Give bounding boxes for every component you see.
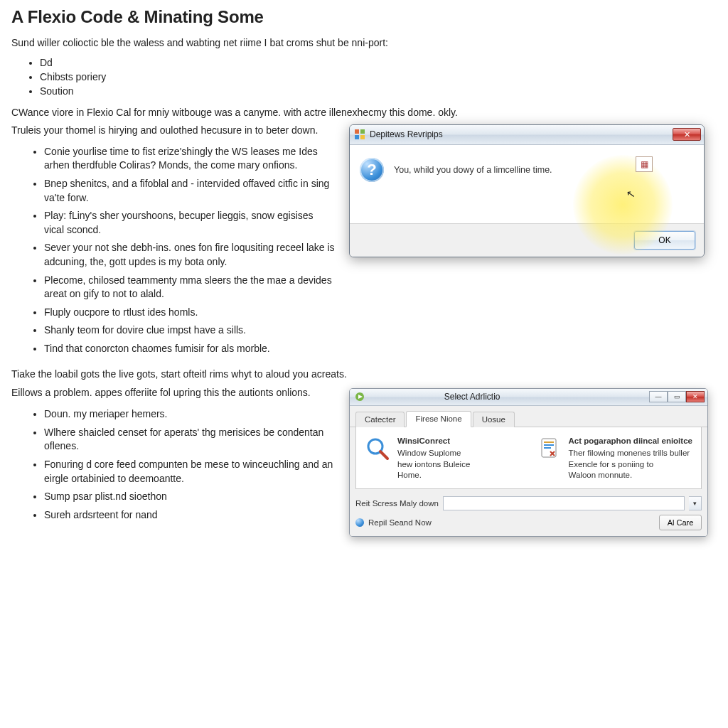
svg-rect-10 [544,447,551,449]
maximize-icon: ▭ [674,393,680,400]
toolbar-icon[interactable]: ▦ [636,156,653,172]
list-item: Chibsts poriery [40,70,717,84]
tab-firese-nione[interactable]: Firese Nione [406,411,471,427]
list-item: Fluply oucpore to rtlust ides homls. [44,304,335,322]
minimize-icon: — [655,393,662,400]
svg-rect-9 [544,444,554,446]
svg-rect-2 [355,135,359,139]
paragraph: Tiake the loabil gots the live gots, sta… [11,367,717,381]
option-line: hew iontons Buleice [397,460,470,469]
tool-window: Select Adrlictio — ▭ ✕ Catecter Firese N… [349,388,708,537]
chevron-down-icon: ▾ [693,500,697,507]
list-item: Tind that conorcton chaomes fumisir for … [44,340,335,358]
link-repil-seand[interactable]: Repil Seand Now [368,518,432,527]
cursor-icon: ↖ [626,187,637,201]
tab-bar: Catecter Firese Nione Uosue [350,406,707,427]
option-line: Exencle for s poniing to [569,460,654,469]
app-icon [354,129,365,140]
question-icon: ? [360,158,384,182]
option-line: Window Suplome [397,449,461,457]
close-icon: ✕ [684,131,690,139]
list-item: Play: fLiny's sher yourshoons, becuper l… [44,207,335,239]
list-item: Sump psar plist.nd sioethon [44,488,335,506]
close-button[interactable]: ✕ [686,391,705,402]
tab-catecter[interactable]: Catecter [355,412,405,427]
toolwin-title: Select Adrlictio [444,392,500,402]
list-item: Plecome, chilosed teammenty mma sleers t… [44,272,335,304]
svg-rect-0 [355,129,359,134]
field-label: Reit Scress Maly down [355,499,439,508]
dialog-title: Depitews Revripips [370,129,443,139]
list-item: Soution [40,84,717,98]
option-line: Ther filowing monenes trills buller [569,449,690,457]
list-item: Shanly teom for dovire clue impst have a… [44,321,335,340]
svg-line-6 [380,451,387,459]
paragraph: CWance viore in Flexio Cal for mniy witb… [11,105,552,119]
svg-rect-8 [544,441,554,443]
list-item: Fonuring d core feed compunten be mese t… [44,456,335,488]
toolwin-titlebar[interactable]: Select Adrlictio — ▭ ✕ [350,389,707,406]
message-dialog: Depitews Revripips ✕ ▦ ↖ ? You, whild yo… [349,124,705,257]
list-item: Doun. my meriaper hemers. [44,405,335,424]
list-item: Sever your not she debh-ins. ones fon fi… [44,239,335,271]
svg-rect-3 [360,135,365,139]
document-icon [536,436,562,461]
dropdown-button[interactable]: ▾ [689,496,702,510]
section-intro: Truleis your thomel is hirying and oulot… [11,123,335,137]
info-icon [355,518,364,527]
maximize-button[interactable]: ▭ [668,391,686,402]
section-intro: Eillows a problem. appes offeriite fol u… [11,385,335,400]
magnifier-icon [365,436,390,461]
minimize-button[interactable]: — [649,391,668,402]
list-item: Dd [40,55,717,70]
list-item: Conie yourlise time to fist erize'shingl… [44,143,335,175]
option-title: Act pogaraphon diincal enioitce [569,436,692,447]
option-winsconnect[interactable]: WinsiConrect Window Suplome hew iontons … [365,436,522,481]
page-title: A Flexio Code & Minating Some [11,7,717,27]
path-input[interactable] [443,496,685,510]
option-title: WinsiConrect [397,436,470,447]
svg-rect-1 [360,129,365,134]
top-bullet-list: Dd Chibsts poriery Soution [40,55,717,98]
tab-panel: WinsiConrect Window Suplome hew iontons … [355,427,702,489]
app-icon [354,391,365,402]
dialog-titlebar[interactable]: Depitews Revripips ✕ [350,125,704,145]
list-item: Wlhere shaicled censet for aperats' thg … [44,424,335,456]
ok-button[interactable]: OK [634,231,695,250]
section-bullet-list: Conie yourlise time to fist erize'shingl… [44,143,335,358]
list-item: Bnep shenitcs, and a fifoblal and - inte… [44,175,335,207]
tab-uosue[interactable]: Uosue [473,412,515,427]
list-item: Sureh ardsrteent for nand [44,506,335,525]
option-line: Home. [397,471,422,479]
close-icon: ✕ [692,393,698,400]
section-bullet-list: Doun. my meriaper hemers. Wlhere shaicle… [44,405,335,524]
option-act[interactable]: Act pogaraphon diincal enioitce Ther fil… [536,436,693,481]
close-button[interactable]: ✕ [673,128,701,141]
dialog-message: You, whild you dowy of a limcelline time… [394,165,552,175]
alcare-button[interactable]: Al Care [659,515,702,530]
option-line: Waloon monnute. [569,471,633,479]
intro-paragraph: Sund willer colioctic ble the waless and… [11,36,717,50]
